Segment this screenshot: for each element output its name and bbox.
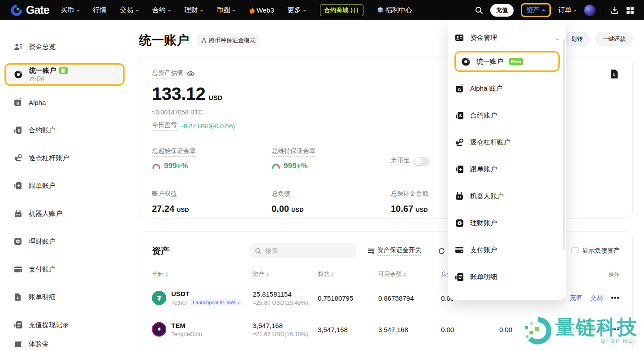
- unified-coin-icon: [461, 57, 471, 66]
- nav-item-rewards-center[interactable]: 福利中心: [377, 6, 412, 14]
- sidebar-item-bot-account[interactable]: 机器人账户: [0, 200, 134, 228]
- dropdown-item-isolated-margin-account[interactable]: 逐仓杠杆账户: [454, 129, 560, 156]
- sidebar-item-copy-trading-account[interactable]: 跟单账户: [0, 172, 134, 200]
- search-icon: [255, 248, 262, 254]
- dropdown-item-payment-account[interactable]: 支付账户: [454, 236, 560, 263]
- more-actions-icon[interactable]: •••: [611, 325, 620, 333]
- nav-menu: 买币 行情 交易 合约 理财 币圈 Web3 更多 合约商城 ⟩⟩⟩ 福利中心: [61, 4, 412, 16]
- col-actions: 操作: [608, 271, 620, 279]
- asset-usd-value: ≈25.80 USD(19.45%): [253, 299, 318, 306]
- total-assets-unit: USD: [208, 94, 222, 101]
- table-row-gt: G GT 2.012 0.012 0.012 0.00 0.01 充值 交易 •…: [152, 348, 620, 350]
- assets-search[interactable]: [250, 243, 356, 258]
- nav-divider: [603, 7, 603, 14]
- sidebar-item-unified-account[interactable]: 统一账户 新 跨币种: [4, 63, 125, 86]
- debt-value: 0.00: [441, 326, 499, 333]
- yubibao-label: 余币宝: [391, 157, 410, 166]
- statement-doc-icon[interactable]: [610, 69, 619, 79]
- orders-menu-button[interactable]: 订单: [558, 6, 577, 14]
- nav-item-web3[interactable]: Web3: [249, 6, 274, 14]
- sort-icon[interactable]: [266, 272, 269, 277]
- nav-item-trade[interactable]: 交易: [120, 6, 139, 14]
- robot-icon: [454, 192, 464, 200]
- dropdown-item-bill-details[interactable]: 账单明细: [454, 263, 560, 290]
- sidebar-item-bill-details[interactable]: 账单明细: [0, 283, 134, 311]
- transfer-button[interactable]: 划转: [564, 32, 590, 46]
- initial-margin-label: 总起始保证金率: [152, 147, 196, 157]
- launchpool-badge[interactable]: Launchpool 81.65% ›: [190, 299, 242, 306]
- new-badge: 新: [59, 67, 68, 74]
- trade-action[interactable]: 交易: [590, 325, 603, 333]
- chevron-down-icon: [135, 10, 139, 12]
- initial-margin-block: 总起始保证金率 999+%: [152, 147, 272, 171]
- sidebar-item-wealth-account[interactable]: 理财账户: [0, 228, 134, 255]
- search-input[interactable]: [265, 247, 351, 254]
- sidebar-item-label: 统一账户: [29, 66, 56, 75]
- col-asset[interactable]: 资产: [253, 270, 318, 279]
- nav-item-buy[interactable]: 买币: [61, 6, 80, 14]
- dropdown-item-unified-account[interactable]: 统一账户 New: [454, 51, 560, 72]
- dropdown-item-copy-trading-account[interactable]: 跟单账户: [454, 156, 560, 183]
- sort-icon[interactable]: [331, 272, 334, 277]
- search-icon[interactable]: [475, 6, 483, 14]
- sort-icon[interactable]: [403, 272, 406, 277]
- dropdown-item-alpha-account[interactable]: a Alpha 账户: [454, 75, 560, 102]
- show-debt-checkbox[interactable]: 显示负债资产: [571, 247, 620, 255]
- yubibao-toggle[interactable]: [414, 157, 430, 166]
- nav-item-earn[interactable]: 理财: [185, 6, 203, 14]
- col-coin[interactable]: 币种: [152, 271, 253, 279]
- more-actions-icon[interactable]: •••: [611, 294, 620, 302]
- svg-text:$: $: [17, 128, 20, 133]
- convert-circle-icon: [438, 248, 445, 254]
- deposit-action[interactable]: 充值: [570, 325, 582, 333]
- col-available[interactable]: 可用余额: [378, 270, 441, 279]
- equity-value: 3,547,168: [318, 326, 378, 333]
- maintenance-margin-value: 999+%: [284, 162, 307, 171]
- futures-mall-badge[interactable]: 合约商城 ⟩⟩⟩: [320, 4, 363, 16]
- margin-balance-value: 10.67: [391, 204, 413, 214]
- equity-block: 账户权益 27.24USD: [152, 189, 272, 214]
- sidebar-item-futures-account[interactable]: $ 合约账户: [0, 116, 134, 144]
- branch-icon: [201, 38, 207, 43]
- eye-icon[interactable]: [187, 71, 194, 77]
- assets-menu-button[interactable]: 资产: [521, 3, 551, 17]
- chevron-down-icon: [200, 10, 203, 12]
- sort-icon[interactable]: [165, 272, 168, 277]
- deposit-button[interactable]: 充值: [490, 4, 514, 17]
- col-equity[interactable]: 权益: [318, 270, 378, 279]
- chevron-down-icon: [168, 10, 171, 12]
- one-click-repay-button[interactable]: 一键还款: [595, 32, 633, 46]
- dropdown-item-futures-account[interactable]: $ 合约账户: [454, 102, 560, 129]
- sidebar-item-trial-funds[interactable]: 体验金: [0, 339, 134, 349]
- toggle-knob: [415, 158, 422, 165]
- sidebar-item-deposit-withdraw-records[interactable]: 充值提现记录: [0, 311, 134, 339]
- download-app-icon[interactable]: [610, 6, 619, 14]
- available-value: 3,547,168: [378, 326, 441, 333]
- new-badge: New: [509, 58, 523, 65]
- nav-item-square[interactable]: 币圈: [217, 6, 236, 14]
- nav-item-markets[interactable]: 行情: [93, 6, 107, 14]
- futures-icon: $: [13, 126, 22, 134]
- sidebar-item-isolated-margin-account[interactable]: 逐仓杠杆账户: [0, 144, 134, 172]
- asset-margin-switch-link[interactable]: 资产保证金开关: [367, 246, 421, 256]
- gate-logo[interactable]: Gate: [10, 4, 49, 17]
- dropdown-scrollbar[interactable]: [563, 39, 565, 250]
- svg-text:a: a: [17, 101, 19, 105]
- dropdown-group-funds-management[interactable]: 资金管理 ⌄: [454, 25, 560, 51]
- sidebar-item-alpha[interactable]: a Alpha: [0, 88, 134, 116]
- sidebar-item-payment-account[interactable]: 支付账户: [0, 255, 134, 283]
- dropdown-item-wealth-account[interactable]: 理财账户: [454, 210, 560, 236]
- alpha-icon: a: [454, 84, 464, 93]
- nav-item-more[interactable]: 更多: [288, 6, 307, 14]
- sidebar-item-overview[interactable]: 资金总览: [0, 33, 134, 61]
- trade-action[interactable]: 交易: [590, 294, 603, 302]
- user-avatar[interactable]: [584, 4, 596, 16]
- maintenance-margin-block: 总维持保证金率 999+%: [272, 147, 391, 171]
- available-value: 0.86758794: [378, 294, 441, 302]
- top-navbar: Gate 买币 行情 交易 合约 理财 币圈 Web3 更多 合约商城 ⟩⟩⟩ …: [0, 0, 644, 20]
- nav-item-futures[interactable]: 合约: [152, 6, 171, 14]
- grid-apps-icon[interactable]: [626, 6, 634, 14]
- checkbox-unchecked[interactable]: [571, 247, 579, 254]
- dropdown-item-bot-account[interactable]: 机器人账户: [454, 183, 560, 210]
- deposit-action[interactable]: 充值: [570, 294, 582, 302]
